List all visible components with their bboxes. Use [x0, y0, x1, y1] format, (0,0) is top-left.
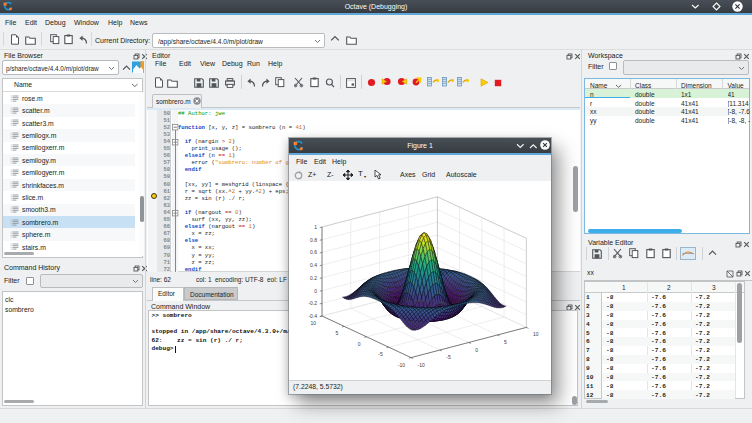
svg-text:0.2: 0.2	[310, 275, 317, 281]
svg-text:-0.4: -0.4	[308, 313, 317, 319]
svg-text:-10: -10	[418, 362, 425, 368]
svg-text:5: 5	[504, 339, 507, 345]
svg-text:0.8: 0.8	[310, 237, 317, 243]
svg-text:5: 5	[335, 330, 338, 336]
svg-text:-10: -10	[398, 362, 405, 368]
svg-text:0.4: 0.4	[310, 262, 317, 268]
svg-text:-0.2: -0.2	[308, 300, 317, 306]
svg-text:1: 1	[314, 224, 317, 230]
svg-text:10: 10	[533, 331, 539, 337]
svg-text:0: 0	[475, 347, 478, 353]
svg-text:-5: -5	[446, 354, 451, 360]
svg-text:-5: -5	[378, 351, 383, 357]
svg-text:0.6: 0.6	[310, 249, 317, 255]
svg-text:0: 0	[358, 341, 361, 347]
svg-text:0: 0	[314, 288, 317, 294]
svg-text:10: 10	[310, 320, 316, 326]
